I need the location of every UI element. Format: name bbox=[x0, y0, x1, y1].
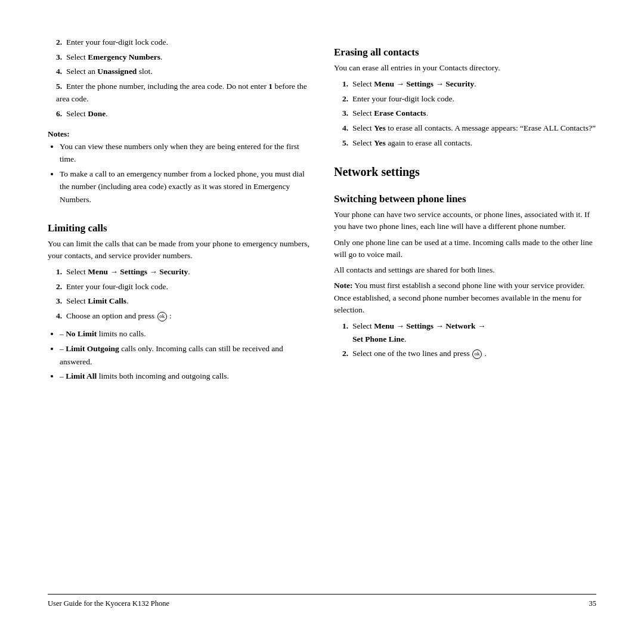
step-2: 2. Enter your four-digit lock code. bbox=[54, 36, 310, 49]
note-1: You can view these numbers only when the… bbox=[60, 140, 310, 166]
switching-para-1: Your phone can have two service accounts… bbox=[334, 209, 596, 233]
erase-step-5: 5. Select Yes again to erase all contact… bbox=[340, 137, 596, 150]
step-3: 3. Select Emergency Numbers. bbox=[54, 51, 310, 64]
page: 2. Enter your four-digit lock code. 3. S… bbox=[0, 0, 644, 644]
footer-left-text: User Guide for the Kyocera K132 Phone bbox=[48, 599, 169, 608]
limit-options: No Limit limits no calls. Limit Outgoing… bbox=[60, 327, 310, 384]
intro-steps: 2. Enter your four-digit lock code. 3. S… bbox=[54, 36, 310, 122]
notes-list: You can view these numbers only when the… bbox=[60, 140, 310, 208]
ok-icon-2: ok bbox=[472, 349, 482, 359]
erasing-contacts-para: You can erase all entries in your Contac… bbox=[334, 62, 596, 74]
limit-step-2: 2. Enter your four-digit lock code. bbox=[54, 280, 310, 293]
right-column: Erasing all contacts You can erase all e… bbox=[334, 36, 596, 576]
content: 2. Enter your four-digit lock code. 3. S… bbox=[48, 36, 596, 576]
footer: User Guide for the Kyocera K132 Phone 35 bbox=[48, 594, 596, 608]
switching-note: Note: You must first establish a second … bbox=[334, 280, 596, 316]
no-limit-option: No Limit limits no calls. bbox=[60, 327, 310, 340]
notes-label: Notes: bbox=[48, 129, 310, 139]
limit-step-3: 3. Select Limit Calls. bbox=[54, 295, 310, 308]
limiting-calls-para: You can limit the calls that can be made… bbox=[48, 238, 310, 262]
network-settings-title: Network settings bbox=[334, 165, 596, 179]
limiting-calls-title: Limiting calls bbox=[48, 222, 310, 234]
switching-steps: 1. Select Menu → Settings → Network → Se… bbox=[340, 320, 596, 362]
footer-page-number: 35 bbox=[589, 599, 597, 608]
erase-step-4: 4. Select Yes to erase all contacts. A m… bbox=[340, 122, 596, 135]
erasing-contacts-title: Erasing all contacts bbox=[334, 47, 596, 58]
erase-step-1: 1. Select Menu → Settings → Security. bbox=[340, 78, 596, 91]
step-4: 4. Select an Unassigned slot. bbox=[54, 65, 310, 78]
limit-step-4: 4. Choose an option and press ok : bbox=[54, 309, 310, 323]
limiting-steps: 1. Select Menu → Settings → Security. 2.… bbox=[54, 265, 310, 324]
switching-para-2: Only one phone line can be used at a tim… bbox=[334, 237, 596, 261]
switch-step-2: 2. Select one of the two lines and press… bbox=[340, 347, 596, 360]
limit-outgoing-option: Limit Outgoing calls only. Incoming call… bbox=[60, 342, 310, 368]
erase-step-3: 3. Select Erase Contacts. bbox=[340, 107, 596, 120]
limit-step-1: 1. Select Menu → Settings → Security. bbox=[54, 265, 310, 278]
switching-para-3: All contacts and settings are shared for… bbox=[334, 264, 596, 276]
switch-step-1: 1. Select Menu → Settings → Network → Se… bbox=[340, 320, 596, 345]
switching-lines-title: Switching between phone lines bbox=[334, 193, 596, 205]
erasing-steps: 1. Select Menu → Settings → Security. 2.… bbox=[340, 78, 596, 151]
left-column: 2. Enter your four-digit lock code. 3. S… bbox=[48, 36, 310, 576]
note-2: To make a call to an emergency number fr… bbox=[60, 168, 310, 206]
step-5: 5. Enter the phone number, including the… bbox=[54, 80, 310, 106]
erase-step-2: 2. Enter your four-digit lock code. bbox=[340, 92, 596, 106]
limit-all-option: Limit All limits both incoming and outgo… bbox=[60, 370, 310, 383]
ok-icon: ok bbox=[157, 312, 167, 321]
step-6: 6. Select Done. bbox=[54, 107, 310, 120]
